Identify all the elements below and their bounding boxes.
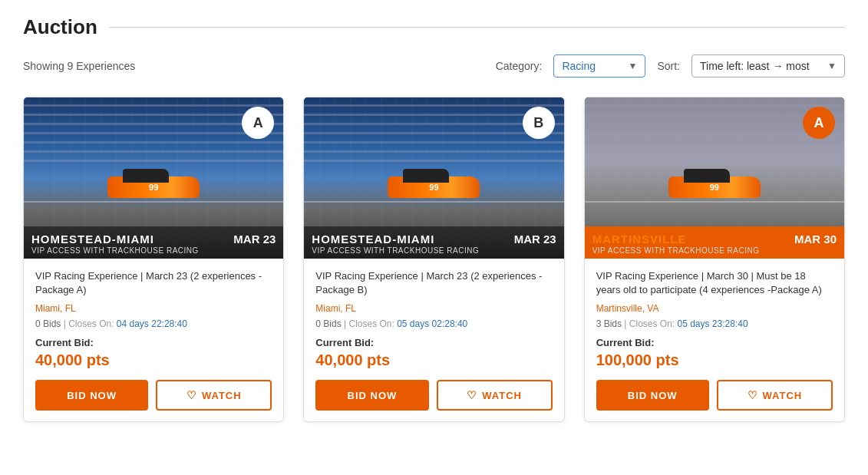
card-image-3: 99 A MARTINSVILLE MAR 30 VIP ACCESS WITH… <box>585 97 844 259</box>
bid-now-button-2[interactable]: BID NOW <box>315 380 428 411</box>
bid-now-button-3[interactable]: BID NOW <box>596 380 709 411</box>
heart-icon-2: ♡ <box>467 389 477 401</box>
card-badge-3: A <box>803 107 835 139</box>
bids-count-1: 0 Bids <box>35 318 61 329</box>
page-title: Auction <box>23 15 97 39</box>
event-date-1: MAR 23 <box>233 233 276 246</box>
showing-count: Showing 9 Experiences <box>23 60 135 72</box>
card-actions-2: BID NOW ♡ WATCH <box>315 380 552 411</box>
auction-card-2: 99 B HOMESTEAD-MIAMI MAR 23 VIP ACCESS W… <box>303 97 564 422</box>
card-body-1: VIP Racing Experience | March 23 (2 expe… <box>24 259 283 421</box>
card-badge-2: B <box>523 107 555 139</box>
event-date-3: MAR 30 <box>794 233 837 246</box>
event-location-2: HOMESTEAD-MIAMI <box>312 233 434 246</box>
toolbar: Showing 9 Experiences Category: Racing ▼… <box>23 54 845 78</box>
experience-location-1: Miami, FL <box>35 303 272 314</box>
card-overlay-2: HOMESTEAD-MIAMI MAR 23 VIP ACCESS WITH T… <box>304 226 563 259</box>
event-subtitle-1: VIP ACCESS WITH TRACKHOUSE RACING <box>31 246 276 255</box>
chevron-down-icon-sort: ▼ <box>827 61 837 71</box>
experience-title-1: VIP Racing Experience | March 23 (2 expe… <box>35 269 272 297</box>
bids-count-3: 3 Bids <box>596 318 622 329</box>
category-label: Category: <box>496 60 543 72</box>
auction-card-1: 99 A HOMESTEAD-MIAMI MAR 23 VIP ACCESS W… <box>23 97 284 422</box>
bid-now-button-1[interactable]: BID NOW <box>35 380 148 411</box>
experience-title-2: VIP Racing Experience | March 23 (2 expe… <box>315 269 552 297</box>
auction-card-3: 99 A MARTINSVILLE MAR 30 VIP ACCESS WITH… <box>584 97 845 422</box>
card-body-3: VIP Racing Experience | March 30 | Must … <box>585 259 844 421</box>
bid-label-2: Current Bid: <box>315 337 552 348</box>
sort-value: Time left: least → most <box>700 60 810 72</box>
closes-time-3: 05 days 23:28:40 <box>678 318 748 329</box>
closes-time-2: 05 days 02:28:40 <box>397 318 467 329</box>
experience-title-3: VIP Racing Experience | March 30 | Must … <box>596 269 833 297</box>
heart-icon-1: ♡ <box>186 389 197 401</box>
card-overlay-3: MARTINSVILLE MAR 30 VIP ACCESS WITH TRAC… <box>585 226 844 259</box>
bids-count-2: 0 Bids <box>315 318 341 329</box>
sort-dropdown[interactable]: Time left: least → most ▼ <box>691 54 845 78</box>
experience-location-3: Martinsville, VA <box>596 303 833 314</box>
sort-label: Sort: <box>657 60 680 72</box>
event-subtitle-2: VIP ACCESS WITH TRACKHOUSE RACING <box>312 246 556 255</box>
card-actions-3: BID NOW ♡ WATCH <box>596 380 833 411</box>
card-actions-1: BID NOW ♡ WATCH <box>35 380 272 411</box>
event-location-3: MARTINSVILLE <box>592 233 687 246</box>
header-divider <box>109 27 845 28</box>
bids-info-3: 3 Bids | Closes On: 05 days 23:28:40 <box>596 318 833 329</box>
bid-value-1: 40,000 pts <box>35 351 272 369</box>
heart-icon-3: ♡ <box>748 389 758 401</box>
event-date-2: MAR 23 <box>514 233 556 246</box>
category-dropdown[interactable]: Racing ▼ <box>553 54 645 78</box>
bid-value-2: 40,000 pts <box>315 351 552 369</box>
card-body-2: VIP Racing Experience | March 23 (2 expe… <box>304 259 563 421</box>
closes-time-1: 04 days 22:28:40 <box>117 318 187 329</box>
bids-info-1: 0 Bids | Closes On: 04 days 22:28:40 <box>35 318 272 329</box>
event-subtitle-3: VIP ACCESS WITH TRACKHOUSE RACING <box>592 246 837 255</box>
event-location-1: HOMESTEAD-MIAMI <box>31 233 154 246</box>
bid-label-1: Current Bid: <box>35 337 272 348</box>
watch-button-2[interactable]: ♡ WATCH <box>437 380 553 411</box>
card-image-1: 99 A HOMESTEAD-MIAMI MAR 23 VIP ACCESS W… <box>24 97 283 259</box>
bid-value-3: 100,000 pts <box>596 351 833 369</box>
cards-grid: 99 A HOMESTEAD-MIAMI MAR 23 VIP ACCESS W… <box>23 97 845 422</box>
bid-label-3: Current Bid: <box>596 337 833 348</box>
toolbar-filters: Category: Racing ▼ Sort: Time left: leas… <box>496 54 845 78</box>
bids-info-2: 0 Bids | Closes On: 05 days 02:28:40 <box>315 318 552 329</box>
page-header: Auction <box>23 15 845 39</box>
card-image-2: 99 B HOMESTEAD-MIAMI MAR 23 VIP ACCESS W… <box>304 97 563 259</box>
watch-button-1[interactable]: ♡ WATCH <box>156 380 272 411</box>
chevron-down-icon: ▼ <box>629 61 638 71</box>
experience-location-2: Miami, FL <box>315 303 552 314</box>
watch-button-3[interactable]: ♡ WATCH <box>717 380 833 411</box>
card-overlay-1: HOMESTEAD-MIAMI MAR 23 VIP ACCESS WITH T… <box>24 226 283 259</box>
category-value: Racing <box>562 60 596 72</box>
